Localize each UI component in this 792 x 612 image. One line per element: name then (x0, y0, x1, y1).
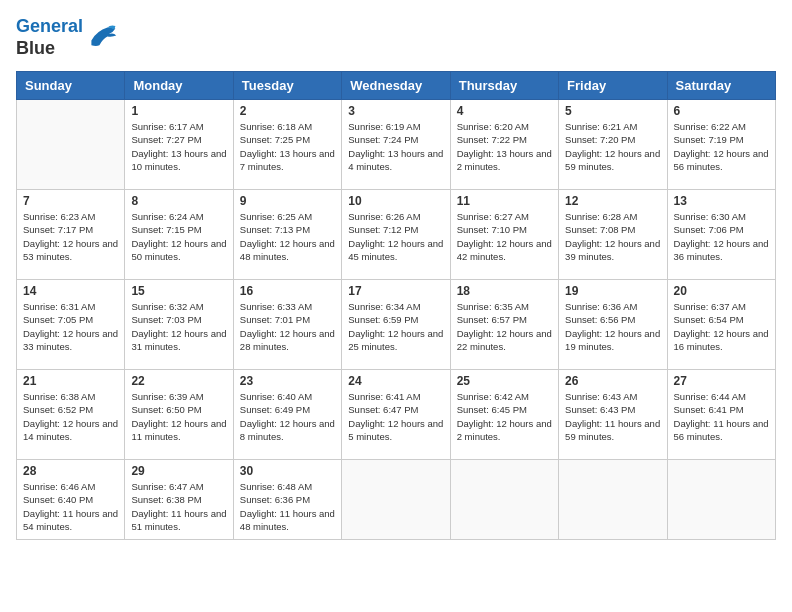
weekday-header-sunday: Sunday (17, 72, 125, 100)
calendar-cell: 27Sunrise: 6:44 AMSunset: 6:41 PMDayligh… (667, 370, 775, 460)
day-number: 7 (23, 194, 118, 208)
calendar-cell: 12Sunrise: 6:28 AMSunset: 7:08 PMDayligh… (559, 190, 667, 280)
calendar-cell: 17Sunrise: 6:34 AMSunset: 6:59 PMDayligh… (342, 280, 450, 370)
day-number: 8 (131, 194, 226, 208)
day-info: Sunrise: 6:34 AMSunset: 6:59 PMDaylight:… (348, 300, 443, 353)
calendar-cell: 6Sunrise: 6:22 AMSunset: 7:19 PMDaylight… (667, 100, 775, 190)
page-header: GeneralBlue (16, 16, 776, 59)
day-number: 15 (131, 284, 226, 298)
day-info: Sunrise: 6:46 AMSunset: 6:40 PMDaylight:… (23, 480, 118, 533)
calendar-cell: 22Sunrise: 6:39 AMSunset: 6:50 PMDayligh… (125, 370, 233, 460)
day-info: Sunrise: 6:28 AMSunset: 7:08 PMDaylight:… (565, 210, 660, 263)
calendar-cell: 29Sunrise: 6:47 AMSunset: 6:38 PMDayligh… (125, 460, 233, 540)
day-info: Sunrise: 6:41 AMSunset: 6:47 PMDaylight:… (348, 390, 443, 443)
day-info: Sunrise: 6:32 AMSunset: 7:03 PMDaylight:… (131, 300, 226, 353)
calendar-cell (17, 100, 125, 190)
calendar-cell: 30Sunrise: 6:48 AMSunset: 6:36 PMDayligh… (233, 460, 341, 540)
calendar-cell: 14Sunrise: 6:31 AMSunset: 7:05 PMDayligh… (17, 280, 125, 370)
calendar-cell: 13Sunrise: 6:30 AMSunset: 7:06 PMDayligh… (667, 190, 775, 280)
calendar-cell: 4Sunrise: 6:20 AMSunset: 7:22 PMDaylight… (450, 100, 558, 190)
day-info: Sunrise: 6:21 AMSunset: 7:20 PMDaylight:… (565, 120, 660, 173)
day-number: 2 (240, 104, 335, 118)
day-number: 20 (674, 284, 769, 298)
day-info: Sunrise: 6:47 AMSunset: 6:38 PMDaylight:… (131, 480, 226, 533)
day-info: Sunrise: 6:44 AMSunset: 6:41 PMDaylight:… (674, 390, 769, 443)
day-number: 24 (348, 374, 443, 388)
calendar-cell: 9Sunrise: 6:25 AMSunset: 7:13 PMDaylight… (233, 190, 341, 280)
day-number: 10 (348, 194, 443, 208)
day-info: Sunrise: 6:36 AMSunset: 6:56 PMDaylight:… (565, 300, 660, 353)
day-info: Sunrise: 6:23 AMSunset: 7:17 PMDaylight:… (23, 210, 118, 263)
week-row-1: 1Sunrise: 6:17 AMSunset: 7:27 PMDaylight… (17, 100, 776, 190)
day-number: 23 (240, 374, 335, 388)
calendar-cell: 25Sunrise: 6:42 AMSunset: 6:45 PMDayligh… (450, 370, 558, 460)
weekday-header-saturday: Saturday (667, 72, 775, 100)
logo-bird-icon (85, 24, 117, 52)
day-info: Sunrise: 6:22 AMSunset: 7:19 PMDaylight:… (674, 120, 769, 173)
calendar-table: SundayMondayTuesdayWednesdayThursdayFrid… (16, 71, 776, 540)
day-number: 16 (240, 284, 335, 298)
calendar-cell: 1Sunrise: 6:17 AMSunset: 7:27 PMDaylight… (125, 100, 233, 190)
day-number: 17 (348, 284, 443, 298)
day-number: 22 (131, 374, 226, 388)
day-info: Sunrise: 6:17 AMSunset: 7:27 PMDaylight:… (131, 120, 226, 173)
day-info: Sunrise: 6:42 AMSunset: 6:45 PMDaylight:… (457, 390, 552, 443)
week-row-4: 21Sunrise: 6:38 AMSunset: 6:52 PMDayligh… (17, 370, 776, 460)
day-info: Sunrise: 6:43 AMSunset: 6:43 PMDaylight:… (565, 390, 660, 443)
calendar-cell: 23Sunrise: 6:40 AMSunset: 6:49 PMDayligh… (233, 370, 341, 460)
calendar-cell: 2Sunrise: 6:18 AMSunset: 7:25 PMDaylight… (233, 100, 341, 190)
day-number: 25 (457, 374, 552, 388)
day-number: 14 (23, 284, 118, 298)
day-number: 18 (457, 284, 552, 298)
day-number: 3 (348, 104, 443, 118)
day-info: Sunrise: 6:19 AMSunset: 7:24 PMDaylight:… (348, 120, 443, 173)
day-info: Sunrise: 6:20 AMSunset: 7:22 PMDaylight:… (457, 120, 552, 173)
week-row-2: 7Sunrise: 6:23 AMSunset: 7:17 PMDaylight… (17, 190, 776, 280)
day-info: Sunrise: 6:31 AMSunset: 7:05 PMDaylight:… (23, 300, 118, 353)
calendar-cell: 26Sunrise: 6:43 AMSunset: 6:43 PMDayligh… (559, 370, 667, 460)
calendar-cell: 19Sunrise: 6:36 AMSunset: 6:56 PMDayligh… (559, 280, 667, 370)
weekday-header-row: SundayMondayTuesdayWednesdayThursdayFrid… (17, 72, 776, 100)
day-info: Sunrise: 6:18 AMSunset: 7:25 PMDaylight:… (240, 120, 335, 173)
calendar-cell (667, 460, 775, 540)
day-number: 6 (674, 104, 769, 118)
logo: GeneralBlue (16, 16, 117, 59)
day-number: 4 (457, 104, 552, 118)
day-info: Sunrise: 6:40 AMSunset: 6:49 PMDaylight:… (240, 390, 335, 443)
day-info: Sunrise: 6:26 AMSunset: 7:12 PMDaylight:… (348, 210, 443, 263)
day-number: 19 (565, 284, 660, 298)
calendar-cell: 3Sunrise: 6:19 AMSunset: 7:24 PMDaylight… (342, 100, 450, 190)
weekday-header-friday: Friday (559, 72, 667, 100)
day-number: 30 (240, 464, 335, 478)
day-number: 21 (23, 374, 118, 388)
calendar-cell: 21Sunrise: 6:38 AMSunset: 6:52 PMDayligh… (17, 370, 125, 460)
calendar-cell: 15Sunrise: 6:32 AMSunset: 7:03 PMDayligh… (125, 280, 233, 370)
day-info: Sunrise: 6:38 AMSunset: 6:52 PMDaylight:… (23, 390, 118, 443)
logo-text: GeneralBlue (16, 16, 83, 59)
day-number: 26 (565, 374, 660, 388)
day-number: 9 (240, 194, 335, 208)
day-number: 28 (23, 464, 118, 478)
calendar-cell: 10Sunrise: 6:26 AMSunset: 7:12 PMDayligh… (342, 190, 450, 280)
calendar-cell (559, 460, 667, 540)
day-info: Sunrise: 6:33 AMSunset: 7:01 PMDaylight:… (240, 300, 335, 353)
calendar-cell: 20Sunrise: 6:37 AMSunset: 6:54 PMDayligh… (667, 280, 775, 370)
day-number: 29 (131, 464, 226, 478)
day-number: 5 (565, 104, 660, 118)
calendar-cell: 28Sunrise: 6:46 AMSunset: 6:40 PMDayligh… (17, 460, 125, 540)
calendar-cell: 11Sunrise: 6:27 AMSunset: 7:10 PMDayligh… (450, 190, 558, 280)
day-info: Sunrise: 6:27 AMSunset: 7:10 PMDaylight:… (457, 210, 552, 263)
day-number: 13 (674, 194, 769, 208)
day-info: Sunrise: 6:25 AMSunset: 7:13 PMDaylight:… (240, 210, 335, 263)
weekday-header-thursday: Thursday (450, 72, 558, 100)
calendar-cell (450, 460, 558, 540)
day-info: Sunrise: 6:48 AMSunset: 6:36 PMDaylight:… (240, 480, 335, 533)
day-info: Sunrise: 6:30 AMSunset: 7:06 PMDaylight:… (674, 210, 769, 263)
day-info: Sunrise: 6:37 AMSunset: 6:54 PMDaylight:… (674, 300, 769, 353)
weekday-header-wednesday: Wednesday (342, 72, 450, 100)
day-info: Sunrise: 6:24 AMSunset: 7:15 PMDaylight:… (131, 210, 226, 263)
calendar-cell: 5Sunrise: 6:21 AMSunset: 7:20 PMDaylight… (559, 100, 667, 190)
day-number: 11 (457, 194, 552, 208)
weekday-header-tuesday: Tuesday (233, 72, 341, 100)
day-number: 27 (674, 374, 769, 388)
